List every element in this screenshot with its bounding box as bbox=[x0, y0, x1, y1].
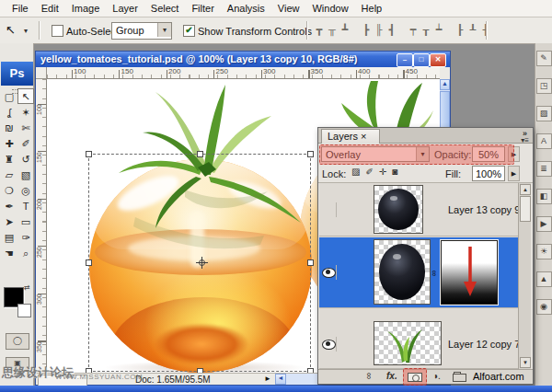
status-flyout-arrow[interactable]: ► bbox=[264, 375, 271, 383]
move-tool[interactable]: ↖ bbox=[17, 88, 34, 104]
clone-stamp-tool[interactable]: ♜ bbox=[1, 151, 17, 167]
align-button[interactable]: ┷ bbox=[432, 24, 445, 36]
swap-colors-icon[interactable]: ⇄ bbox=[24, 283, 30, 292]
adjustment-layer-icon[interactable]: ◑. bbox=[432, 371, 441, 381]
dock-panel-icon[interactable]: ◉ bbox=[536, 299, 552, 315]
align-button[interactable]: ┣ bbox=[360, 24, 373, 36]
dock-panel-icon[interactable]: ◳ bbox=[536, 78, 552, 94]
transform-handle-middle-left[interactable] bbox=[86, 259, 92, 266]
menu-item[interactable]: File bbox=[6, 1, 35, 16]
dock-panel-icon[interactable]: ✎ bbox=[536, 51, 552, 66]
dock-panel-icon[interactable]: ◧ bbox=[536, 189, 552, 204]
visibility-toggle[interactable] bbox=[321, 337, 337, 352]
menu-item[interactable]: Filter bbox=[185, 1, 220, 16]
lock-button[interactable]: ◙ bbox=[392, 167, 397, 177]
fill-slider-arrow[interactable]: ▶ bbox=[508, 166, 520, 181]
shape-tool[interactable]: ▭ bbox=[17, 213, 34, 229]
blur-tool[interactable]: ❍ bbox=[1, 182, 17, 198]
gradient-tool[interactable]: ▧ bbox=[17, 167, 34, 182]
zoom-tool[interactable]: ⌕ bbox=[17, 245, 34, 260]
menu-item[interactable]: Select bbox=[144, 1, 186, 16]
dock-panel-icon[interactable]: ≣ bbox=[536, 161, 552, 177]
eyedropper-tool[interactable]: ✑ bbox=[17, 229, 34, 245]
notes-tool[interactable]: ▤ bbox=[1, 229, 17, 245]
link-layers-icon[interactable]: ∞ bbox=[364, 373, 374, 379]
auto-select-mode-dropdown[interactable]: Group ▾ bbox=[111, 22, 172, 40]
maximize-button[interactable]: □ bbox=[413, 53, 430, 67]
align-button[interactable]: ┰ bbox=[420, 24, 432, 36]
add-layer-mask-icon[interactable] bbox=[408, 373, 422, 382]
layer-thumbnail[interactable] bbox=[374, 321, 442, 365]
lock-button[interactable]: ✛ bbox=[379, 167, 386, 177]
transform-handle-bottom-center[interactable] bbox=[197, 368, 203, 373]
scroll-down-icon[interactable]: ▼ bbox=[520, 357, 531, 368]
transform-handle-top-center[interactable] bbox=[197, 151, 203, 157]
transform-handle-top-left[interactable] bbox=[86, 151, 92, 157]
dodge-tool[interactable]: ◎ bbox=[17, 182, 34, 198]
menu-item[interactable]: Help bbox=[355, 1, 389, 16]
move-tool-icon[interactable]: ↖ bbox=[6, 23, 16, 37]
rectangular-marquee-tool[interactable]: ▢ bbox=[1, 88, 17, 104]
auto-select-checkbox[interactable] bbox=[52, 25, 63, 37]
history-brush-tool[interactable]: ↺ bbox=[17, 151, 34, 167]
magic-wand-tool[interactable]: ✶ bbox=[17, 104, 34, 120]
crop-tool[interactable]: ₪ bbox=[1, 120, 17, 135]
lock-button[interactable]: ▨ bbox=[351, 167, 360, 177]
align-button[interactable]: ┠ bbox=[454, 24, 466, 36]
lock-button[interactable]: ✐ bbox=[365, 167, 373, 177]
layers-tab[interactable]: Layers × bbox=[321, 129, 380, 144]
hand-tool[interactable]: ☚ bbox=[1, 245, 17, 260]
visibility-toggle[interactable] bbox=[321, 202, 337, 217]
layer-style-icon[interactable]: fx. bbox=[386, 371, 397, 381]
scroll-up-icon[interactable]: ▲ bbox=[440, 79, 450, 90]
type-tool[interactable]: T bbox=[17, 198, 34, 213]
tool-preset-dropdown-icon[interactable]: ▾ bbox=[24, 27, 28, 35]
scroll-left-icon[interactable]: ◄ bbox=[275, 374, 286, 385]
layer-name[interactable]: Layer 12 copy 7 bbox=[448, 339, 518, 350]
dock-panel-icon[interactable]: ▨ bbox=[536, 106, 552, 121]
menu-item[interactable]: Layer bbox=[106, 1, 144, 16]
slice-tool[interactable]: ✄ bbox=[17, 120, 34, 135]
align-button[interactable]: ╟ bbox=[373, 24, 385, 36]
minimize-button[interactable]: – bbox=[397, 53, 413, 67]
layer-mask-thumbnail[interactable] bbox=[441, 240, 498, 305]
new-group-icon[interactable] bbox=[453, 374, 466, 382]
menu-item[interactable]: View bbox=[271, 1, 306, 16]
quick-mask-mode-button[interactable]: ◯ bbox=[6, 333, 29, 350]
mask-link-icon[interactable]: ∞ bbox=[430, 271, 439, 276]
align-button[interactable]: ┳ bbox=[313, 24, 326, 36]
align-button[interactable]: ┻ bbox=[339, 24, 351, 36]
layer-name[interactable]: Layer 13 copy 9 bbox=[448, 204, 518, 215]
menu-item[interactable]: Analysis bbox=[221, 1, 271, 16]
scroll-up-icon[interactable]: ▲ bbox=[520, 184, 531, 195]
eraser-tool[interactable]: ▱ bbox=[1, 167, 17, 182]
layer-list-scrollbar[interactable]: ▲ ▼ bbox=[518, 183, 531, 369]
spot-healing-brush-tool[interactable]: ✚ bbox=[1, 135, 17, 151]
transform-handle-top-right[interactable] bbox=[307, 151, 314, 157]
lasso-tool[interactable]: ʆ bbox=[1, 104, 17, 120]
dock-panel-icon[interactable]: ▶ bbox=[536, 216, 552, 232]
layer-thumbnail[interactable] bbox=[374, 239, 431, 305]
fill-value-field[interactable]: 100% bbox=[472, 166, 505, 181]
layer-thumbnail[interactable] bbox=[374, 185, 423, 234]
close-button[interactable]: ✕ bbox=[430, 53, 446, 67]
menu-item[interactable]: Edit bbox=[35, 1, 65, 16]
document-title-bar[interactable]: yellow_tomatoes_tutorial.psd @ 100% (Lay… bbox=[36, 52, 450, 67]
dock-panel-icon[interactable]: ☀ bbox=[536, 244, 552, 259]
chevron-down-icon[interactable]: ▾ bbox=[157, 23, 171, 37]
menu-item[interactable]: Image bbox=[65, 1, 107, 16]
brush-tool[interactable]: ✐ bbox=[17, 135, 34, 151]
dock-panel-icon[interactable]: ▲ bbox=[536, 271, 552, 287]
dock-panel-icon[interactable]: A bbox=[536, 133, 552, 149]
visibility-toggle[interactable] bbox=[321, 265, 337, 280]
transform-handle-middle-right[interactable] bbox=[307, 259, 314, 266]
align-button[interactable]: ┸ bbox=[466, 24, 479, 36]
layer-row[interactable]: Layer 12 copy 7 bbox=[319, 318, 518, 369]
align-button[interactable]: ╥ bbox=[326, 24, 339, 36]
transform-reference-point[interactable] bbox=[196, 257, 208, 269]
layer-row-selected[interactable]: ∞ bbox=[319, 237, 518, 308]
background-color-swatch[interactable] bbox=[17, 304, 31, 317]
layer-row[interactable]: Layer 13 copy 9 bbox=[319, 183, 518, 236]
path-selection-tool[interactable]: ➤ bbox=[1, 213, 17, 229]
align-button[interactable]: ┯ bbox=[407, 24, 420, 36]
